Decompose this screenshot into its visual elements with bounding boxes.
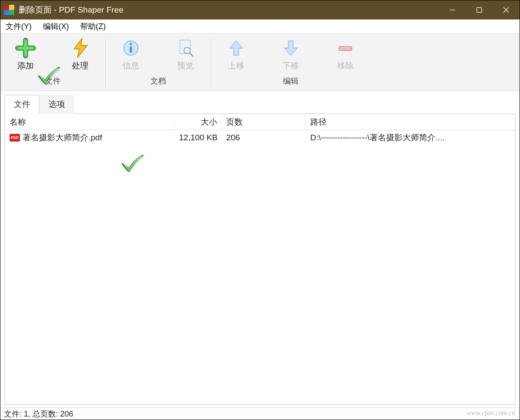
tab-files[interactable]: 文件 — [5, 95, 39, 114]
move-up-button[interactable]: 上移 — [214, 36, 258, 73]
menu-file[interactable]: 文件(Y) — [4, 20, 33, 32]
close-button[interactable] — [493, 0, 520, 19]
close-icon — [503, 7, 509, 13]
maximize-icon — [476, 7, 482, 13]
tabs: 文件 选项 名称 大小 页数 路径 PDF 著名摄影大师简介.pdf 12,10… — [0, 91, 520, 407]
lightning-icon — [70, 38, 91, 58]
add-button[interactable]: 添加 — [4, 36, 47, 73]
app-window: 删除页面 - PDF Shaper Free 文件(Y) 编辑(X) 帮助(Z) — [0, 0, 520, 420]
toolbar-group-edit-label: 编辑 — [283, 73, 299, 88]
svg-rect-8 — [180, 40, 190, 54]
add-button-label: 添加 — [17, 60, 34, 71]
toolbar: 添加 处理 文件 — [0, 33, 520, 91]
remove-button[interactable]: 移除 — [324, 36, 367, 73]
preview-button-label: 预览 — [177, 60, 194, 71]
process-button[interactable]: 处理 — [58, 36, 102, 73]
col-header-name[interactable]: 名称 — [5, 114, 174, 130]
arrow-down-icon — [280, 38, 301, 58]
svg-rect-1 — [477, 8, 482, 13]
tab-body: 名称 大小 页数 路径 PDF 著名摄影大师简介.pdf 12,100 KB 2… — [5, 114, 515, 405]
move-down-button-label: 下移 — [283, 60, 299, 71]
toolbar-group-edit: 上移 下移 移除 — [211, 36, 370, 90]
col-header-pages[interactable]: 页数 — [222, 114, 306, 130]
svg-rect-7 — [130, 46, 132, 53]
pdf-icon: PDF — [10, 134, 20, 142]
titlebar: 删除页面 - PDF Shaper Free — [0, 0, 520, 19]
svg-marker-4 — [74, 39, 87, 58]
toolbar-group-file: 添加 处理 文件 — [0, 36, 105, 90]
svg-marker-11 — [230, 41, 242, 55]
remove-button-label: 移除 — [337, 60, 354, 71]
list-header: 名称 大小 页数 路径 — [5, 114, 515, 130]
svg-rect-13 — [339, 46, 351, 50]
preview-icon — [175, 38, 196, 58]
file-name: 著名摄影大师简介.pdf — [23, 132, 102, 143]
tab-header: 文件 选项 — [5, 94, 515, 114]
minus-icon — [335, 38, 356, 58]
preview-button[interactable]: 预览 — [164, 36, 207, 73]
info-button-label: 信息 — [123, 60, 139, 71]
menu-edit[interactable]: 编辑(X) — [41, 20, 71, 32]
svg-line-10 — [189, 53, 192, 56]
toolbar-group-doc: 信息 预览 文档 — [106, 36, 211, 90]
file-size: 12,100 KB — [174, 133, 222, 142]
statusbar: 文件: 1, 总页数: 206 — [0, 407, 520, 420]
toolbar-group-doc-label: 文档 — [150, 73, 166, 88]
app-icon — [4, 5, 14, 15]
col-header-path[interactable]: 路径 — [306, 114, 515, 130]
window-title: 删除页面 - PDF Shaper Free — [19, 4, 124, 16]
plus-icon — [15, 38, 36, 58]
maximize-button[interactable] — [466, 0, 493, 19]
svg-marker-12 — [284, 41, 297, 55]
tab-options[interactable]: 选项 — [39, 95, 74, 114]
minimize-icon — [449, 7, 455, 13]
process-button-label: 处理 — [72, 60, 88, 71]
toolbar-group-file-label: 文件 — [45, 73, 61, 88]
move-down-button[interactable]: 下移 — [269, 36, 312, 73]
info-icon — [120, 38, 141, 58]
arrow-up-icon — [226, 38, 247, 58]
file-list[interactable]: PDF 著名摄影大师简介.pdf 12,100 KB 206 D:\------… — [5, 130, 515, 404]
move-up-button-label: 上移 — [228, 60, 244, 71]
info-button[interactable]: 信息 — [109, 36, 153, 73]
col-header-size[interactable]: 大小 — [174, 114, 222, 130]
menu-help[interactable]: 帮助(Z) — [78, 20, 107, 32]
table-row[interactable]: PDF 著名摄影大师简介.pdf 12,100 KB 206 D:\------… — [5, 130, 515, 145]
svg-point-6 — [130, 43, 132, 45]
minimize-button[interactable] — [439, 0, 466, 19]
file-path: D:\-----------------\著名摄影大师简介.... — [306, 132, 515, 143]
file-pages: 206 — [222, 133, 306, 142]
menubar: 文件(Y) 编辑(X) 帮助(Z) — [0, 19, 520, 33]
